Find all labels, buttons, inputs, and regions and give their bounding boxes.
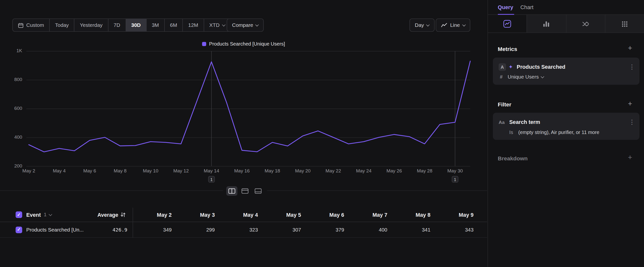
chevron-down-icon — [222, 23, 225, 26]
chart-type-line-tab[interactable] — [488, 15, 527, 33]
compare-button[interactable]: Compare — [227, 19, 264, 32]
x-axis-label: May 30 — [440, 168, 470, 173]
row-checkbox[interactable]: ✓ — [16, 226, 22, 233]
x-axis-label: May 14 — [196, 168, 227, 173]
layout-bottom-panel-button[interactable] — [253, 186, 264, 196]
average-column-header[interactable]: Average — [66, 208, 118, 222]
chart-type-more-tab[interactable] — [605, 15, 644, 33]
column-header[interactable]: May 2 — [132, 208, 172, 222]
column-header[interactable]: May 8 — [391, 208, 430, 222]
chart-type-bar-tab[interactable] — [527, 15, 566, 33]
line-chart-framed-icon — [503, 20, 512, 28]
chevron-down-icon — [256, 23, 259, 26]
legend-swatch — [202, 42, 206, 46]
granularity-label: Day — [415, 22, 424, 28]
breakdown-heading: Breakdown — [498, 155, 528, 162]
layout-split-rows-button[interactable] — [239, 186, 250, 196]
layout-split-columns-button[interactable] — [226, 186, 238, 196]
add-breakdown-button[interactable]: + — [627, 154, 634, 162]
date-range-xtd[interactable]: XTD — [204, 19, 230, 31]
cell-value: 299 — [176, 222, 215, 237]
column-header[interactable]: May 7 — [348, 208, 388, 222]
x-axis-label: May 20 — [288, 168, 318, 173]
date-range-custom-label: Custom — [26, 22, 44, 28]
table-row[interactable]: ✓ Products Searched [Un... 426.9 349 299… — [0, 222, 487, 238]
layout-rows-icon — [242, 188, 248, 194]
date-range-xtd-label: XTD — [209, 22, 220, 28]
metrics-heading: Metrics — [498, 46, 517, 52]
tab-chart[interactable]: Chart — [520, 0, 533, 14]
annotation-badge[interactable]: 1 — [208, 176, 215, 183]
x-axis-label: May 24 — [348, 168, 379, 173]
main-area: Custom Today Yesterday 7D 30D 3M 6M 12M … — [0, 0, 487, 267]
tab-query[interactable]: Query — [498, 0, 514, 14]
filter-property-name[interactable]: Search term — [509, 119, 540, 125]
text-property-icon: Aa — [498, 120, 505, 125]
x-axis-label: May 2 — [14, 168, 44, 173]
x-axis-label: May 4 — [44, 168, 74, 173]
granularity-button[interactable]: Day — [410, 19, 434, 32]
chevron-down-icon — [541, 75, 544, 78]
column-header[interactable]: May 3 — [176, 208, 215, 222]
date-range-yesterday[interactable]: Yesterday — [74, 19, 108, 31]
date-range-today[interactable]: Today — [49, 19, 74, 31]
date-range-7d[interactable]: 7D — [108, 19, 126, 31]
chevron-down-icon — [49, 212, 52, 216]
x-axis: May 2 May 4 May 6 May 8 May 10 May 12 Ma… — [14, 168, 470, 173]
filter-value[interactable]: (empty string), Air purifier, or 11 more — [518, 130, 599, 135]
metric-name[interactable]: Products Searched — [516, 64, 565, 70]
app: Custom Today Yesterday 7D 30D 3M 6M 12M … — [0, 0, 644, 267]
event-selector[interactable]: Event 1 — [26, 208, 52, 222]
date-range-custom[interactable]: Custom — [13, 19, 50, 31]
x-axis-label: May 12 — [166, 168, 196, 173]
sort-icon[interactable] — [120, 212, 126, 217]
column-header[interactable]: May 6 — [305, 208, 344, 222]
kebab-menu-icon[interactable]: ⋮ — [629, 63, 634, 71]
column-header[interactable]: May 4 — [219, 208, 258, 222]
compare-label: Compare — [232, 22, 253, 28]
add-metric-button[interactable]: + — [627, 45, 634, 52]
chevron-down-icon — [462, 23, 466, 26]
filter-operator[interactable]: Is — [509, 130, 513, 135]
x-axis-label: May 28 — [409, 168, 440, 173]
aggregation-selector[interactable]: Unique Users — [508, 74, 544, 80]
chart-type-button[interactable]: Line — [436, 19, 470, 32]
x-axis-label: May 6 — [74, 168, 105, 173]
row-average-value: 426.9 — [74, 222, 128, 237]
legend-label: Products Searched [Unique Users] — [209, 41, 285, 47]
add-filter-button[interactable]: + — [627, 100, 634, 108]
event-sparkle-icon: ✦ — [508, 64, 513, 70]
cell-value: 323 — [219, 222, 258, 237]
chart-type-strip — [488, 15, 644, 33]
line-chart-svg[interactable] — [26, 51, 471, 166]
event-count: 1 — [44, 212, 47, 217]
column-header[interactable]: May 5 — [262, 208, 301, 222]
table-header-row: ✓ Event 1 Average May 2 May 3 May 4 May … — [0, 208, 487, 222]
metric-card[interactable]: A ✦ Products Searched ⋮ # Unique Users — [493, 58, 640, 85]
filter-card[interactable]: Aa Search term ⋮ Is (empty string), Air … — [493, 113, 640, 140]
date-range-12m[interactable]: 12M — [182, 19, 204, 31]
aggregation-label: Unique Users — [508, 74, 539, 80]
filter-heading: Filter — [498, 102, 512, 108]
date-range-6m[interactable]: 6M — [164, 19, 182, 31]
x-axis-label: May 18 — [257, 168, 288, 173]
x-axis-label: May 16 — [227, 168, 257, 173]
chart-type-flow-tab[interactable] — [566, 15, 605, 33]
y-axis-label: 200 — [6, 163, 22, 168]
event-label: Event — [26, 212, 41, 218]
select-all-checkbox[interactable]: ✓ — [16, 211, 22, 218]
annotation-badge[interactable]: 1 — [452, 176, 458, 183]
chevron-down-icon — [426, 23, 430, 26]
y-axis-label: 400 — [6, 134, 22, 139]
data-table: ✓ Event 1 Average May 2 May 3 May 4 May … — [0, 208, 487, 238]
x-axis-label: May 10 — [135, 168, 166, 173]
line-chart-icon — [441, 23, 447, 28]
cell-value: 379 — [305, 222, 344, 237]
column-header[interactable]: May 9 — [434, 208, 474, 222]
bar-chart-icon — [543, 20, 550, 27]
series-letter-badge: A — [498, 63, 506, 71]
date-range-30d[interactable]: 30D — [126, 19, 146, 31]
kebab-menu-icon[interactable]: ⋮ — [629, 118, 634, 126]
date-range-3m[interactable]: 3M — [146, 19, 164, 31]
chart-type-label: Line — [450, 22, 460, 28]
